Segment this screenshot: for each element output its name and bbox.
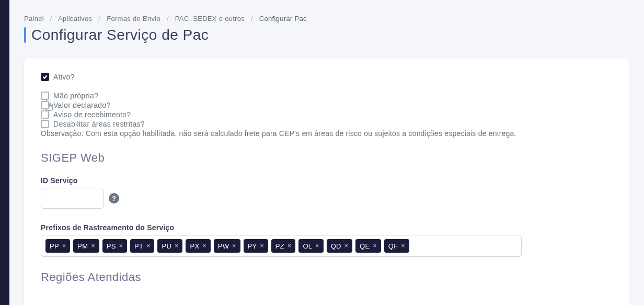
tag-remove-icon[interactable]: × xyxy=(202,242,206,250)
tag-px: PX× xyxy=(186,239,210,253)
checkbox-row-ativo: Ativo? xyxy=(41,73,613,81)
tag-label: PY xyxy=(248,242,257,250)
tag-label: PS xyxy=(107,242,116,250)
observacao-text: Observação: Com esta opção habilitada, n… xyxy=(41,129,613,138)
checkbox-mao-propria[interactable] xyxy=(41,92,49,100)
breadcrumb-link-aplicativos[interactable]: Aplicativos xyxy=(58,15,92,22)
tag-remove-icon[interactable]: × xyxy=(401,242,405,250)
tags-input[interactable]: PP×PM×PS×PT×PU×PX×PW×PY×PZ×OL×QD×QE×QF× xyxy=(41,235,522,257)
tag-label: QE xyxy=(360,242,370,250)
tag-qe: QE× xyxy=(355,239,381,253)
checkbox-label-valor: Valor declarado? xyxy=(53,101,111,109)
tag-remove-icon[interactable]: × xyxy=(260,242,264,250)
tag-remove-icon[interactable]: × xyxy=(62,242,66,250)
tag-pt: PT× xyxy=(130,239,155,253)
tag-remove-icon[interactable]: × xyxy=(146,242,150,250)
id-servico-input[interactable] xyxy=(41,188,104,209)
breadcrumb-separator: / xyxy=(167,15,169,22)
breadcrumb-link-painel[interactable]: Painel xyxy=(24,15,44,22)
breadcrumb: Painel / Aplicativos / Formas de Envio /… xyxy=(24,15,629,22)
checkbox-label-ativo: Ativo? xyxy=(53,73,75,81)
tag-label: PX xyxy=(190,242,199,250)
checkbox-areas-restritas[interactable] xyxy=(41,120,49,128)
tag-remove-icon[interactable]: × xyxy=(315,242,319,250)
tag-label: PZ xyxy=(275,242,284,250)
tag-remove-icon[interactable]: × xyxy=(373,242,376,250)
page-title: Configurar Serviço de Pac xyxy=(31,27,209,43)
tag-pu: PU× xyxy=(157,239,182,253)
tag-remove-icon[interactable]: × xyxy=(175,242,178,250)
section-sigep-title: SIGEP Web xyxy=(41,151,613,165)
tag-ol: OL× xyxy=(298,239,323,253)
tag-ps: PS× xyxy=(102,239,127,253)
main-content: Painel / Aplicativos / Formas de Envio /… xyxy=(9,0,644,305)
field-prefixos: Prefixos de Rastreamento do Serviço PP×P… xyxy=(41,223,613,257)
tag-label: PP xyxy=(50,242,59,250)
tag-label: PT xyxy=(134,242,143,250)
checkbox-ativo[interactable] xyxy=(41,73,49,81)
breadcrumb-link-pac-sedex[interactable]: PAC, SEDEX e outros xyxy=(175,15,245,22)
breadcrumb-separator: / xyxy=(98,15,100,22)
checkbox-valor-declarado[interactable] xyxy=(41,101,49,109)
id-servico-label: ID Serviço xyxy=(41,176,613,185)
left-sidebar xyxy=(0,0,9,305)
tag-label: PW xyxy=(218,242,229,250)
tag-remove-icon[interactable]: × xyxy=(288,242,291,250)
checkbox-row-mao: Mão própria? xyxy=(41,92,613,100)
form-card: Ativo? Mão própria? Valor declarado? xyxy=(24,58,629,305)
checkbox-label-restritas: Desabilitar áreas restritas? xyxy=(53,120,145,128)
tag-label: OL xyxy=(303,242,312,250)
title-accent-bar xyxy=(24,27,26,43)
help-icon[interactable]: ? xyxy=(109,193,119,204)
tag-pz: PZ× xyxy=(271,239,296,253)
breadcrumb-link-formas[interactable]: Formas de Envio xyxy=(107,15,160,22)
tag-qd: QD× xyxy=(327,239,352,253)
tag-remove-icon[interactable]: × xyxy=(232,242,236,250)
breadcrumb-separator: / xyxy=(50,15,52,22)
tag-qf: QF× xyxy=(384,239,409,253)
tag-label: PM xyxy=(77,242,88,250)
tag-remove-icon[interactable]: × xyxy=(344,242,348,250)
tag-pm: PM× xyxy=(73,239,99,253)
prefixos-label: Prefixos de Rastreamento do Serviço xyxy=(41,223,613,232)
tag-pw: PW× xyxy=(214,239,240,253)
checkbox-row-aviso: Aviso de recebimento? xyxy=(41,110,613,119)
tag-remove-icon[interactable]: × xyxy=(119,242,123,250)
tag-pp: PP× xyxy=(45,239,70,253)
section-regioes-title: Regiões Atendidas xyxy=(41,270,613,284)
tag-label: PU xyxy=(162,242,171,250)
checkbox-label-mao: Mão própria? xyxy=(53,92,98,100)
field-id-servico: ID Serviço ? xyxy=(41,176,613,209)
tag-label: QD xyxy=(331,242,341,250)
tag-label: QF xyxy=(388,242,398,250)
checkbox-label-aviso: Aviso de recebimento? xyxy=(53,110,131,119)
checkbox-aviso-recebimento[interactable] xyxy=(41,110,49,119)
breadcrumb-current: Configurar Pac xyxy=(259,15,307,22)
checkbox-row-restritas: Desabilitar áreas restritas? xyxy=(41,120,613,128)
breadcrumb-separator: / xyxy=(251,15,253,22)
page-title-wrap: Configurar Serviço de Pac xyxy=(24,27,629,43)
tag-py: PY× xyxy=(244,239,268,253)
tag-remove-icon[interactable]: × xyxy=(91,242,95,250)
checkbox-row-valor: Valor declarado? xyxy=(41,101,613,109)
